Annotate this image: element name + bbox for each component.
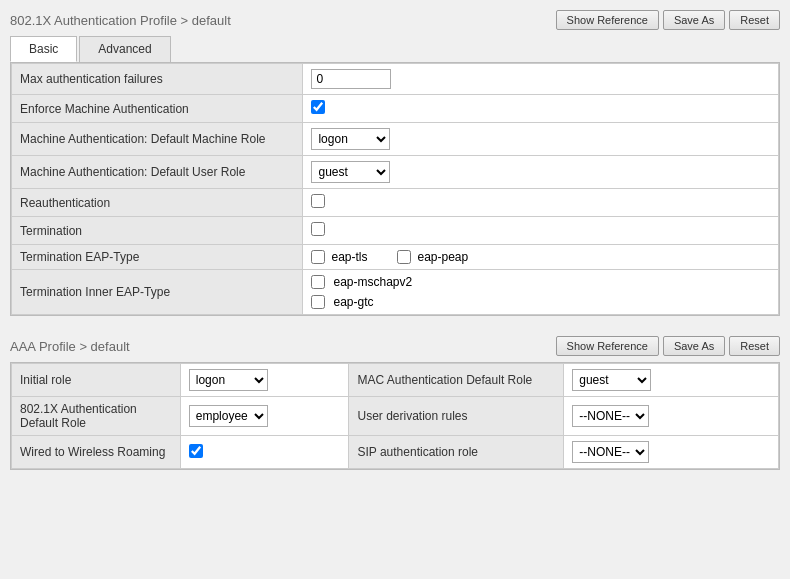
sip-authentication-role-label: SIP authentication role [349, 436, 564, 469]
reauthentication-value [303, 189, 779, 217]
termination-eap-type-label: Termination EAP-Type [12, 245, 303, 270]
section1-tabs: Basic Advanced [10, 36, 780, 62]
termination-value [303, 217, 779, 245]
section2-save-as-button[interactable]: Save As [663, 336, 725, 356]
table-row: Termination EAP-Type eap-tls eap-peap [12, 245, 779, 270]
table-row: Wired to Wireless Roaming SIP authentica… [12, 436, 779, 469]
user-derivation-rules-select[interactable]: --NONE-- [572, 405, 649, 427]
section2-profile-name: default [91, 339, 130, 354]
termination-inner-eap-type-label: Termination Inner EAP-Type [12, 270, 303, 315]
section1-header: 802.1X Authentication Profile > default … [10, 10, 780, 30]
mac-auth-default-role-label: MAC Authentication Default Role [349, 364, 564, 397]
eap-mschapv2-checkbox[interactable] [311, 275, 325, 289]
initial-role-label: Initial role [12, 364, 181, 397]
table-row: Machine Authentication: Default User Rol… [12, 156, 779, 189]
initial-role-value: logon guest employee [180, 364, 349, 397]
machine-auth-user-role-value: guest logon employee [303, 156, 779, 189]
section1-buttons: Show Reference Save As Reset [556, 10, 780, 30]
section1-reset-button[interactable]: Reset [729, 10, 780, 30]
tab-basic[interactable]: Basic [10, 36, 77, 62]
section1-panel: Max authentication failures Enforce Mach… [10, 62, 780, 316]
section1-show-reference-button[interactable]: Show Reference [556, 10, 659, 30]
section1-save-as-button[interactable]: Save As [663, 10, 725, 30]
machine-auth-machine-role-label: Machine Authentication: Default Machine … [12, 123, 303, 156]
eap-tls-label: eap-tls [331, 250, 367, 264]
wired-to-wireless-roaming-label: Wired to Wireless Roaming [12, 436, 181, 469]
max-auth-failures-input[interactable] [311, 69, 391, 89]
section1-title: 802.1X Authentication Profile > default [10, 13, 231, 28]
initial-role-select[interactable]: logon guest employee [189, 369, 268, 391]
enforce-machine-auth-checkbox[interactable] [311, 100, 325, 114]
max-auth-failures-label: Max authentication failures [12, 64, 303, 95]
wired-to-wireless-roaming-checkbox[interactable] [189, 444, 203, 458]
table-row: Termination [12, 217, 779, 245]
table-row: Initial role logon guest employee MAC Au… [12, 364, 779, 397]
enforce-machine-auth-value [303, 95, 779, 123]
table-row: Max authentication failures [12, 64, 779, 95]
dot1x-auth-default-role-select[interactable]: employee logon guest [189, 405, 268, 427]
sip-authentication-role-value: --NONE-- [564, 436, 779, 469]
eap-gtc-option: eap-gtc [311, 295, 770, 309]
eap-peap-label: eap-peap [417, 250, 468, 264]
section2-profile-type: AAA Profile [10, 339, 76, 354]
section2: AAA Profile > default Show Reference Sav… [10, 336, 780, 470]
termination-checkbox[interactable] [311, 222, 325, 236]
reauthentication-checkbox[interactable] [311, 194, 325, 208]
sip-authentication-role-select[interactable]: --NONE-- [572, 441, 649, 463]
section2-header: AAA Profile > default Show Reference Sav… [10, 336, 780, 356]
eap-peap-checkbox[interactable] [397, 250, 411, 264]
table-row: Reauthentication [12, 189, 779, 217]
eap-peap-option: eap-peap [397, 250, 468, 264]
tab-advanced[interactable]: Advanced [79, 36, 170, 62]
dot1x-auth-default-role-label: 802.1X Authentication Default Role [12, 397, 181, 436]
eap-gtc-checkbox[interactable] [311, 295, 325, 309]
section1-profile-name: default [192, 13, 231, 28]
section2-title: AAA Profile > default [10, 339, 130, 354]
eap-gtc-label: eap-gtc [333, 295, 373, 309]
dot1x-auth-default-role-value: employee logon guest [180, 397, 349, 436]
wired-to-wireless-roaming-value [180, 436, 349, 469]
machine-auth-user-role-label: Machine Authentication: Default User Rol… [12, 156, 303, 189]
section1-profile-type: 802.1X Authentication Profile [10, 13, 177, 28]
eap-type-options: eap-tls eap-peap [311, 250, 770, 264]
user-derivation-rules-value: --NONE-- [564, 397, 779, 436]
table-row: 802.1X Authentication Default Role emplo… [12, 397, 779, 436]
termination-eap-type-value: eap-tls eap-peap [303, 245, 779, 270]
mac-auth-default-role-select[interactable]: guest logon employee [572, 369, 651, 391]
section1-form-table: Max authentication failures Enforce Mach… [11, 63, 779, 315]
eap-tls-option: eap-tls [311, 250, 367, 264]
section2-show-reference-button[interactable]: Show Reference [556, 336, 659, 356]
aaa-form-table: Initial role logon guest employee MAC Au… [11, 363, 779, 469]
section2-separator: > [79, 339, 90, 354]
reauthentication-label: Reauthentication [12, 189, 303, 217]
machine-auth-machine-role-select[interactable]: logon guest employee [311, 128, 390, 150]
mac-auth-default-role-value: guest logon employee [564, 364, 779, 397]
eap-mschapv2-label: eap-mschapv2 [333, 275, 412, 289]
inner-eap-options: eap-mschapv2 eap-gtc [311, 275, 770, 309]
eap-tls-checkbox[interactable] [311, 250, 325, 264]
section2-reset-button[interactable]: Reset [729, 336, 780, 356]
termination-inner-eap-type-value: eap-mschapv2 eap-gtc [303, 270, 779, 315]
section2-buttons: Show Reference Save As Reset [556, 336, 780, 356]
section1-separator: > [181, 13, 192, 28]
table-row: Machine Authentication: Default Machine … [12, 123, 779, 156]
machine-auth-user-role-select[interactable]: guest logon employee [311, 161, 390, 183]
table-row: Termination Inner EAP-Type eap-mschapv2 … [12, 270, 779, 315]
enforce-machine-auth-label: Enforce Machine Authentication [12, 95, 303, 123]
termination-label: Termination [12, 217, 303, 245]
user-derivation-rules-label: User derivation rules [349, 397, 564, 436]
eap-mschapv2-option: eap-mschapv2 [311, 275, 770, 289]
machine-auth-machine-role-value: logon guest employee [303, 123, 779, 156]
table-row: Enforce Machine Authentication [12, 95, 779, 123]
max-auth-failures-value [303, 64, 779, 95]
section2-panel: Initial role logon guest employee MAC Au… [10, 362, 780, 470]
